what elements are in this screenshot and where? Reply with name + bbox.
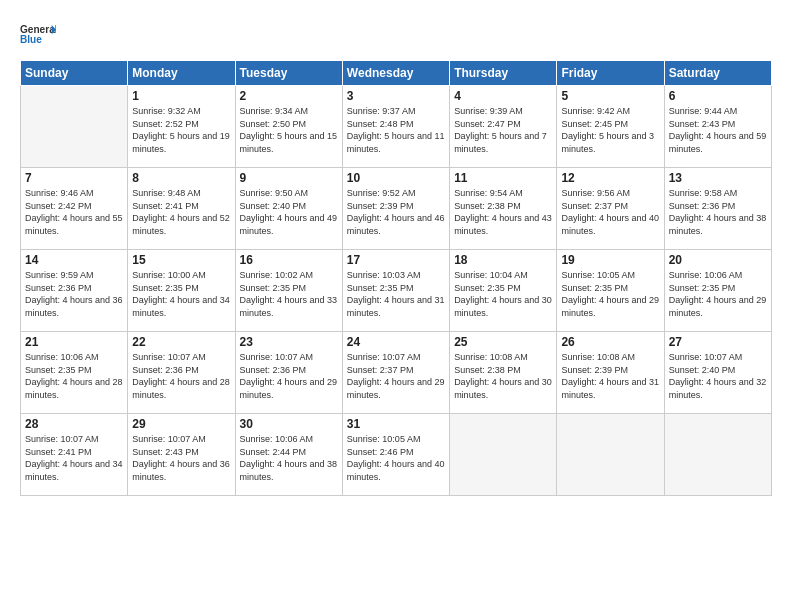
calendar-week-row: 7 Sunrise: 9:46 AM Sunset: 2:42 PM Dayli…	[21, 168, 772, 250]
calendar-cell: 24 Sunrise: 10:07 AM Sunset: 2:37 PM Day…	[342, 332, 449, 414]
calendar-cell	[450, 414, 557, 496]
calendar-cell: 28 Sunrise: 10:07 AM Sunset: 2:41 PM Day…	[21, 414, 128, 496]
cell-info: Sunrise: 10:06 AM Sunset: 2:44 PM Daylig…	[240, 433, 338, 483]
svg-text:General: General	[20, 24, 56, 35]
cell-info: Sunrise: 10:02 AM Sunset: 2:35 PM Daylig…	[240, 269, 338, 319]
day-number: 19	[561, 253, 659, 267]
cell-info: Sunrise: 9:37 AM Sunset: 2:48 PM Dayligh…	[347, 105, 445, 155]
calendar-cell: 22 Sunrise: 10:07 AM Sunset: 2:36 PM Day…	[128, 332, 235, 414]
calendar-cell: 3 Sunrise: 9:37 AM Sunset: 2:48 PM Dayli…	[342, 86, 449, 168]
calendar-cell: 10 Sunrise: 9:52 AM Sunset: 2:39 PM Dayl…	[342, 168, 449, 250]
calendar-week-row: 1 Sunrise: 9:32 AM Sunset: 2:52 PM Dayli…	[21, 86, 772, 168]
calendar-cell: 25 Sunrise: 10:08 AM Sunset: 2:38 PM Day…	[450, 332, 557, 414]
cell-info: Sunrise: 10:05 AM Sunset: 2:46 PM Daylig…	[347, 433, 445, 483]
cell-info: Sunrise: 10:06 AM Sunset: 2:35 PM Daylig…	[669, 269, 767, 319]
day-number: 26	[561, 335, 659, 349]
cell-info: Sunrise: 9:44 AM Sunset: 2:43 PM Dayligh…	[669, 105, 767, 155]
calendar-cell: 21 Sunrise: 10:06 AM Sunset: 2:35 PM Day…	[21, 332, 128, 414]
cell-info: Sunrise: 9:42 AM Sunset: 2:45 PM Dayligh…	[561, 105, 659, 155]
svg-text:Blue: Blue	[20, 34, 42, 45]
calendar-header-row: SundayMondayTuesdayWednesdayThursdayFrid…	[21, 61, 772, 86]
calendar-day-header: Monday	[128, 61, 235, 86]
cell-info: Sunrise: 10:08 AM Sunset: 2:38 PM Daylig…	[454, 351, 552, 401]
calendar-cell: 1 Sunrise: 9:32 AM Sunset: 2:52 PM Dayli…	[128, 86, 235, 168]
calendar-cell: 13 Sunrise: 9:58 AM Sunset: 2:36 PM Dayl…	[664, 168, 771, 250]
logo-svg: General Blue	[20, 16, 56, 52]
calendar-cell	[664, 414, 771, 496]
calendar-day-header: Saturday	[664, 61, 771, 86]
day-number: 17	[347, 253, 445, 267]
calendar-cell: 6 Sunrise: 9:44 AM Sunset: 2:43 PM Dayli…	[664, 86, 771, 168]
day-number: 2	[240, 89, 338, 103]
day-number: 4	[454, 89, 552, 103]
day-number: 1	[132, 89, 230, 103]
day-number: 6	[669, 89, 767, 103]
cell-info: Sunrise: 10:05 AM Sunset: 2:35 PM Daylig…	[561, 269, 659, 319]
calendar-day-header: Tuesday	[235, 61, 342, 86]
day-number: 27	[669, 335, 767, 349]
calendar-cell: 16 Sunrise: 10:02 AM Sunset: 2:35 PM Day…	[235, 250, 342, 332]
day-number: 29	[132, 417, 230, 431]
calendar-cell: 8 Sunrise: 9:48 AM Sunset: 2:41 PM Dayli…	[128, 168, 235, 250]
cell-info: Sunrise: 10:07 AM Sunset: 2:40 PM Daylig…	[669, 351, 767, 401]
calendar-week-row: 28 Sunrise: 10:07 AM Sunset: 2:41 PM Day…	[21, 414, 772, 496]
calendar-cell: 29 Sunrise: 10:07 AM Sunset: 2:43 PM Day…	[128, 414, 235, 496]
day-number: 22	[132, 335, 230, 349]
day-number: 3	[347, 89, 445, 103]
day-number: 28	[25, 417, 123, 431]
cell-info: Sunrise: 10:07 AM Sunset: 2:43 PM Daylig…	[132, 433, 230, 483]
cell-info: Sunrise: 9:54 AM Sunset: 2:38 PM Dayligh…	[454, 187, 552, 237]
cell-info: Sunrise: 9:50 AM Sunset: 2:40 PM Dayligh…	[240, 187, 338, 237]
day-number: 15	[132, 253, 230, 267]
calendar-cell: 2 Sunrise: 9:34 AM Sunset: 2:50 PM Dayli…	[235, 86, 342, 168]
cell-info: Sunrise: 9:46 AM Sunset: 2:42 PM Dayligh…	[25, 187, 123, 237]
cell-info: Sunrise: 10:07 AM Sunset: 2:36 PM Daylig…	[132, 351, 230, 401]
calendar-cell: 12 Sunrise: 9:56 AM Sunset: 2:37 PM Dayl…	[557, 168, 664, 250]
day-number: 31	[347, 417, 445, 431]
calendar-cell: 11 Sunrise: 9:54 AM Sunset: 2:38 PM Dayl…	[450, 168, 557, 250]
cell-info: Sunrise: 10:04 AM Sunset: 2:35 PM Daylig…	[454, 269, 552, 319]
day-number: 23	[240, 335, 338, 349]
day-number: 21	[25, 335, 123, 349]
day-number: 14	[25, 253, 123, 267]
cell-info: Sunrise: 9:52 AM Sunset: 2:39 PM Dayligh…	[347, 187, 445, 237]
calendar-cell: 15 Sunrise: 10:00 AM Sunset: 2:35 PM Day…	[128, 250, 235, 332]
calendar-cell	[557, 414, 664, 496]
calendar-cell: 26 Sunrise: 10:08 AM Sunset: 2:39 PM Day…	[557, 332, 664, 414]
day-number: 5	[561, 89, 659, 103]
cell-info: Sunrise: 9:58 AM Sunset: 2:36 PM Dayligh…	[669, 187, 767, 237]
calendar-cell: 20 Sunrise: 10:06 AM Sunset: 2:35 PM Day…	[664, 250, 771, 332]
day-number: 30	[240, 417, 338, 431]
cell-info: Sunrise: 10:00 AM Sunset: 2:35 PM Daylig…	[132, 269, 230, 319]
calendar-day-header: Wednesday	[342, 61, 449, 86]
calendar-day-header: Friday	[557, 61, 664, 86]
day-number: 18	[454, 253, 552, 267]
cell-info: Sunrise: 10:07 AM Sunset: 2:41 PM Daylig…	[25, 433, 123, 483]
calendar-day-header: Sunday	[21, 61, 128, 86]
logo: General Blue	[20, 16, 56, 52]
cell-info: Sunrise: 9:39 AM Sunset: 2:47 PM Dayligh…	[454, 105, 552, 155]
calendar-cell: 18 Sunrise: 10:04 AM Sunset: 2:35 PM Day…	[450, 250, 557, 332]
day-number: 7	[25, 171, 123, 185]
day-number: 25	[454, 335, 552, 349]
cell-info: Sunrise: 9:56 AM Sunset: 2:37 PM Dayligh…	[561, 187, 659, 237]
calendar-cell: 19 Sunrise: 10:05 AM Sunset: 2:35 PM Day…	[557, 250, 664, 332]
calendar-cell: 31 Sunrise: 10:05 AM Sunset: 2:46 PM Day…	[342, 414, 449, 496]
calendar-day-header: Thursday	[450, 61, 557, 86]
calendar-cell: 27 Sunrise: 10:07 AM Sunset: 2:40 PM Day…	[664, 332, 771, 414]
cell-info: Sunrise: 9:32 AM Sunset: 2:52 PM Dayligh…	[132, 105, 230, 155]
calendar-cell: 30 Sunrise: 10:06 AM Sunset: 2:44 PM Day…	[235, 414, 342, 496]
calendar-week-row: 21 Sunrise: 10:06 AM Sunset: 2:35 PM Day…	[21, 332, 772, 414]
calendar-week-row: 14 Sunrise: 9:59 AM Sunset: 2:36 PM Dayl…	[21, 250, 772, 332]
cell-info: Sunrise: 10:08 AM Sunset: 2:39 PM Daylig…	[561, 351, 659, 401]
calendar-cell: 5 Sunrise: 9:42 AM Sunset: 2:45 PM Dayli…	[557, 86, 664, 168]
calendar-cell: 14 Sunrise: 9:59 AM Sunset: 2:36 PM Dayl…	[21, 250, 128, 332]
calendar-cell: 4 Sunrise: 9:39 AM Sunset: 2:47 PM Dayli…	[450, 86, 557, 168]
day-number: 8	[132, 171, 230, 185]
day-number: 12	[561, 171, 659, 185]
cell-info: Sunrise: 10:07 AM Sunset: 2:37 PM Daylig…	[347, 351, 445, 401]
day-number: 10	[347, 171, 445, 185]
day-number: 16	[240, 253, 338, 267]
cell-info: Sunrise: 10:06 AM Sunset: 2:35 PM Daylig…	[25, 351, 123, 401]
cell-info: Sunrise: 9:34 AM Sunset: 2:50 PM Dayligh…	[240, 105, 338, 155]
